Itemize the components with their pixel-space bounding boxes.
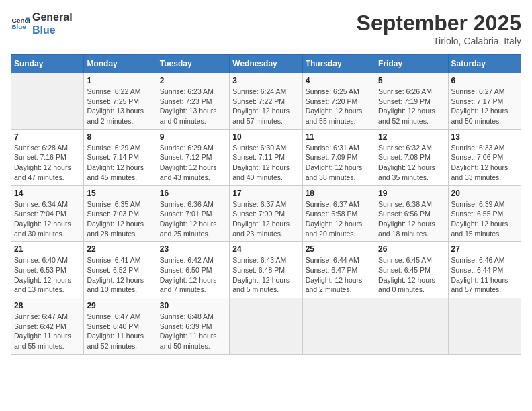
weekday-header: Wednesday [230, 55, 302, 73]
calendar-cell: 2Sunrise: 6:23 AM Sunset: 7:23 PM Daylig… [157, 73, 229, 130]
day-number: 13 [451, 132, 518, 142]
day-info: Sunrise: 6:46 AM Sunset: 6:44 PM Dayligh… [451, 255, 518, 295]
calendar-cell: 1Sunrise: 6:22 AM Sunset: 7:25 PM Daylig… [84, 73, 157, 130]
day-info: Sunrise: 6:29 AM Sunset: 7:12 PM Dayligh… [160, 143, 226, 183]
day-number: 2 [160, 76, 226, 85]
day-info: Sunrise: 6:25 AM Sunset: 7:20 PM Dayligh… [306, 87, 372, 126]
day-number: 7 [14, 132, 81, 142]
day-number: 10 [232, 132, 299, 142]
calendar-cell: 21Sunrise: 6:40 AM Sunset: 6:53 PM Dayli… [11, 242, 84, 298]
calendar-cell: 15Sunrise: 6:35 AM Sunset: 7:03 PM Dayli… [84, 185, 157, 242]
day-number: 30 [160, 301, 226, 310]
calendar-cell: 5Sunrise: 6:26 AM Sunset: 7:19 PM Daylig… [375, 73, 448, 130]
calendar-cell: 9Sunrise: 6:29 AM Sunset: 7:12 PM Daylig… [157, 129, 229, 185]
day-info: Sunrise: 6:32 AM Sunset: 7:08 PM Dayligh… [378, 143, 445, 183]
day-number: 23 [160, 244, 226, 254]
day-info: Sunrise: 6:26 AM Sunset: 7:19 PM Dayligh… [378, 87, 445, 126]
calendar-cell: 29Sunrise: 6:47 AM Sunset: 6:40 PM Dayli… [84, 298, 157, 355]
day-number: 28 [14, 301, 81, 310]
calendar-cell: 10Sunrise: 6:30 AM Sunset: 7:11 PM Dayli… [230, 129, 302, 185]
day-info: Sunrise: 6:48 AM Sunset: 6:39 PM Dayligh… [160, 312, 226, 351]
day-number: 9 [160, 132, 226, 142]
day-number: 11 [306, 132, 372, 142]
logo-general: General [32, 11, 73, 24]
day-number: 5 [378, 76, 445, 85]
day-info: Sunrise: 6:38 AM Sunset: 6:56 PM Dayligh… [378, 199, 445, 239]
calendar-cell: 20Sunrise: 6:39 AM Sunset: 6:55 PM Dayli… [448, 185, 521, 242]
calendar-cell: 7Sunrise: 6:28 AM Sunset: 7:16 PM Daylig… [11, 129, 84, 185]
title-block: September 2025 Tiriolo, Calabria, Italy [357, 11, 521, 46]
calendar-cell [11, 73, 84, 130]
day-info: Sunrise: 6:37 AM Sunset: 7:00 PM Dayligh… [232, 199, 299, 239]
day-number: 22 [87, 244, 153, 254]
calendar-cell: 22Sunrise: 6:41 AM Sunset: 6:52 PM Dayli… [84, 242, 157, 298]
logo-blue: Blue [32, 24, 73, 36]
day-info: Sunrise: 6:47 AM Sunset: 6:42 PM Dayligh… [14, 312, 81, 351]
day-number: 8 [87, 132, 153, 142]
calendar-cell: 14Sunrise: 6:34 AM Sunset: 7:04 PM Dayli… [11, 185, 84, 242]
calendar-cell: 4Sunrise: 6:25 AM Sunset: 7:20 PM Daylig… [302, 73, 375, 130]
calendar-cell: 8Sunrise: 6:29 AM Sunset: 7:14 PM Daylig… [84, 129, 157, 185]
calendar-cell: 3Sunrise: 6:24 AM Sunset: 7:22 PM Daylig… [230, 73, 302, 130]
day-number: 27 [451, 244, 518, 254]
day-info: Sunrise: 6:27 AM Sunset: 7:17 PM Dayligh… [451, 87, 518, 126]
weekday-header: Monday [84, 55, 157, 73]
calendar-cell [375, 298, 448, 355]
day-number: 1 [87, 76, 153, 85]
logo: General Blue General Blue [11, 11, 73, 36]
day-number: 24 [232, 244, 299, 254]
day-info: Sunrise: 6:24 AM Sunset: 7:22 PM Dayligh… [232, 87, 299, 126]
day-number: 6 [451, 76, 518, 85]
calendar-cell: 19Sunrise: 6:38 AM Sunset: 6:56 PM Dayli… [375, 185, 448, 242]
calendar-cell: 27Sunrise: 6:46 AM Sunset: 6:44 PM Dayli… [448, 242, 521, 298]
svg-text:Blue: Blue [11, 24, 26, 31]
day-number: 21 [14, 244, 81, 254]
day-number: 16 [160, 189, 226, 198]
day-info: Sunrise: 6:31 AM Sunset: 7:09 PM Dayligh… [306, 143, 372, 183]
calendar-cell: 30Sunrise: 6:48 AM Sunset: 6:39 PM Dayli… [157, 298, 229, 355]
day-info: Sunrise: 6:37 AM Sunset: 6:58 PM Dayligh… [306, 199, 372, 239]
day-info: Sunrise: 6:44 AM Sunset: 6:47 PM Dayligh… [306, 255, 372, 295]
day-info: Sunrise: 6:30 AM Sunset: 7:11 PM Dayligh… [232, 143, 299, 183]
calendar-cell: 28Sunrise: 6:47 AM Sunset: 6:42 PM Dayli… [11, 298, 84, 355]
weekday-header: Saturday [448, 55, 521, 73]
day-info: Sunrise: 6:33 AM Sunset: 7:06 PM Dayligh… [451, 143, 518, 183]
weekday-header: Tuesday [157, 55, 229, 73]
day-number: 4 [306, 76, 372, 85]
page-header: General Blue General Blue September 2025… [11, 11, 521, 46]
logo-icon: General Blue [11, 14, 30, 33]
day-info: Sunrise: 6:22 AM Sunset: 7:25 PM Dayligh… [87, 87, 153, 126]
day-info: Sunrise: 6:35 AM Sunset: 7:03 PM Dayligh… [87, 199, 153, 239]
day-number: 26 [378, 244, 445, 254]
day-info: Sunrise: 6:28 AM Sunset: 7:16 PM Dayligh… [14, 143, 81, 183]
calendar-cell: 24Sunrise: 6:43 AM Sunset: 6:48 PM Dayli… [230, 242, 302, 298]
day-number: 18 [306, 189, 372, 198]
calendar-cell [448, 298, 521, 355]
day-number: 29 [87, 301, 153, 310]
day-info: Sunrise: 6:39 AM Sunset: 6:55 PM Dayligh… [451, 199, 518, 239]
day-number: 20 [451, 189, 518, 198]
day-number: 14 [14, 189, 81, 198]
calendar-cell: 23Sunrise: 6:42 AM Sunset: 6:50 PM Dayli… [157, 242, 229, 298]
day-info: Sunrise: 6:45 AM Sunset: 6:45 PM Dayligh… [378, 255, 445, 295]
day-number: 3 [232, 76, 299, 85]
day-info: Sunrise: 6:23 AM Sunset: 7:23 PM Dayligh… [160, 87, 226, 126]
calendar-cell [230, 298, 302, 355]
day-info: Sunrise: 6:36 AM Sunset: 7:01 PM Dayligh… [160, 199, 226, 239]
location: Tiriolo, Calabria, Italy [357, 36, 521, 46]
day-number: 25 [306, 244, 372, 254]
day-info: Sunrise: 6:42 AM Sunset: 6:50 PM Dayligh… [160, 255, 226, 295]
calendar-cell: 18Sunrise: 6:37 AM Sunset: 6:58 PM Dayli… [302, 185, 375, 242]
day-number: 19 [378, 189, 445, 198]
calendar-cell: 13Sunrise: 6:33 AM Sunset: 7:06 PM Dayli… [448, 129, 521, 185]
calendar-cell: 16Sunrise: 6:36 AM Sunset: 7:01 PM Dayli… [157, 185, 229, 242]
day-info: Sunrise: 6:34 AM Sunset: 7:04 PM Dayligh… [14, 199, 81, 239]
day-info: Sunrise: 6:41 AM Sunset: 6:52 PM Dayligh… [87, 255, 153, 295]
calendar-cell: 6Sunrise: 6:27 AM Sunset: 7:17 PM Daylig… [448, 73, 521, 130]
month-title: September 2025 [357, 11, 521, 36]
day-number: 15 [87, 189, 153, 198]
calendar-cell: 12Sunrise: 6:32 AM Sunset: 7:08 PM Dayli… [375, 129, 448, 185]
calendar-cell: 25Sunrise: 6:44 AM Sunset: 6:47 PM Dayli… [302, 242, 375, 298]
calendar-table: SundayMondayTuesdayWednesdayThursdayFrid… [11, 54, 521, 355]
day-number: 12 [378, 132, 445, 142]
